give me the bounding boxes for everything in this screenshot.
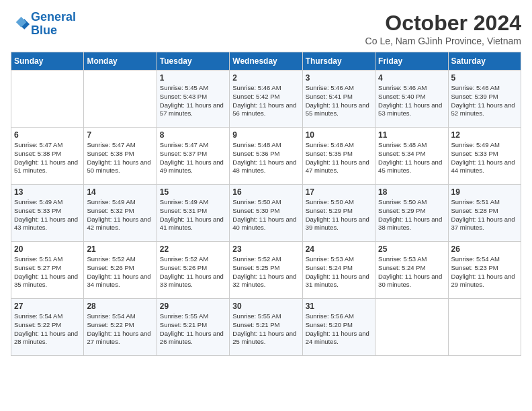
calendar-cell: 15Sunrise: 5:49 AM Sunset: 5:31 PM Dayli… bbox=[157, 185, 229, 242]
cell-info: Sunrise: 5:49 AM Sunset: 5:32 PM Dayligh… bbox=[87, 198, 153, 232]
cell-info: Sunrise: 5:54 AM Sunset: 5:23 PM Dayligh… bbox=[451, 255, 518, 289]
cell-info: Sunrise: 5:55 AM Sunset: 5:21 PM Dayligh… bbox=[232, 312, 299, 347]
calendar-cell bbox=[84, 71, 157, 128]
calendar-cell: 10Sunrise: 5:48 AM Sunset: 5:35 PM Dayli… bbox=[302, 128, 375, 185]
cell-info: Sunrise: 5:52 AM Sunset: 5:26 PM Dayligh… bbox=[87, 255, 153, 289]
cell-info: Sunrise: 5:48 AM Sunset: 5:36 PM Dayligh… bbox=[232, 141, 299, 175]
calendar-table: SundayMondayTuesdayWednesdayThursdayFrid… bbox=[11, 52, 521, 356]
day-number: 13 bbox=[14, 187, 81, 197]
cell-info: Sunrise: 5:50 AM Sunset: 5:30 PM Dayligh… bbox=[232, 198, 299, 232]
day-number: 6 bbox=[14, 130, 81, 140]
calendar-cell: 19Sunrise: 5:51 AM Sunset: 5:28 PM Dayli… bbox=[448, 185, 521, 242]
day-number: 20 bbox=[14, 244, 81, 254]
calendar-cell: 13Sunrise: 5:49 AM Sunset: 5:33 PM Dayli… bbox=[11, 185, 84, 242]
cell-info: Sunrise: 5:45 AM Sunset: 5:43 PM Dayligh… bbox=[160, 84, 226, 118]
cell-info: Sunrise: 5:55 AM Sunset: 5:21 PM Dayligh… bbox=[160, 312, 226, 347]
day-number: 25 bbox=[378, 244, 445, 254]
cell-info: Sunrise: 5:49 AM Sunset: 5:33 PM Dayligh… bbox=[14, 198, 81, 232]
cell-info: Sunrise: 5:48 AM Sunset: 5:34 PM Dayligh… bbox=[378, 141, 445, 175]
calendar-week-row: 27Sunrise: 5:54 AM Sunset: 5:22 PM Dayli… bbox=[11, 299, 521, 356]
calendar-cell: 30Sunrise: 5:55 AM Sunset: 5:21 PM Dayli… bbox=[230, 299, 302, 356]
day-number: 26 bbox=[451, 244, 518, 254]
calendar-week-row: 1Sunrise: 5:45 AM Sunset: 5:43 PM Daylig… bbox=[11, 71, 521, 128]
day-number: 8 bbox=[160, 130, 226, 140]
day-number: 14 bbox=[87, 187, 153, 197]
calendar-cell: 16Sunrise: 5:50 AM Sunset: 5:30 PM Dayli… bbox=[230, 185, 302, 242]
cell-info: Sunrise: 5:51 AM Sunset: 5:27 PM Dayligh… bbox=[14, 255, 81, 289]
weekday-header-thursday: Thursday bbox=[302, 52, 375, 71]
day-number: 27 bbox=[14, 302, 81, 311]
day-number: 19 bbox=[451, 187, 518, 197]
month-title: October 2024 bbox=[365, 11, 521, 36]
weekday-header-wednesday: Wednesday bbox=[230, 52, 302, 71]
calendar-cell: 2Sunrise: 5:46 AM Sunset: 5:42 PM Daylig… bbox=[230, 71, 302, 128]
day-number: 11 bbox=[378, 130, 445, 140]
calendar-cell: 21Sunrise: 5:52 AM Sunset: 5:26 PM Dayli… bbox=[84, 242, 157, 299]
day-number: 22 bbox=[160, 244, 226, 254]
calendar-cell: 9Sunrise: 5:48 AM Sunset: 5:36 PM Daylig… bbox=[230, 128, 302, 185]
cell-info: Sunrise: 5:47 AM Sunset: 5:37 PM Dayligh… bbox=[160, 141, 226, 175]
calendar-cell: 31Sunrise: 5:56 AM Sunset: 5:20 PM Dayli… bbox=[302, 299, 375, 356]
calendar-cell: 4Sunrise: 5:46 AM Sunset: 5:40 PM Daylig… bbox=[375, 71, 448, 128]
cell-info: Sunrise: 5:50 AM Sunset: 5:29 PM Dayligh… bbox=[378, 198, 445, 232]
calendar-week-row: 20Sunrise: 5:51 AM Sunset: 5:27 PM Dayli… bbox=[11, 242, 521, 299]
location-subtitle: Co Le, Nam GJinh Province, Vietnam bbox=[365, 36, 521, 46]
weekday-header-sunday: Sunday bbox=[11, 52, 84, 71]
cell-info: Sunrise: 5:47 AM Sunset: 5:38 PM Dayligh… bbox=[14, 141, 81, 175]
calendar-cell: 5Sunrise: 5:46 AM Sunset: 5:39 PM Daylig… bbox=[448, 71, 521, 128]
cell-info: Sunrise: 5:46 AM Sunset: 5:39 PM Dayligh… bbox=[451, 84, 518, 118]
day-number: 2 bbox=[232, 73, 299, 83]
calendar-cell: 11Sunrise: 5:48 AM Sunset: 5:34 PM Dayli… bbox=[375, 128, 448, 185]
day-number: 28 bbox=[87, 302, 153, 311]
day-number: 9 bbox=[232, 130, 299, 140]
day-number: 7 bbox=[87, 130, 153, 140]
day-number: 1 bbox=[160, 73, 226, 83]
day-number: 24 bbox=[306, 244, 372, 254]
cell-info: Sunrise: 5:52 AM Sunset: 5:25 PM Dayligh… bbox=[232, 255, 299, 289]
calendar-cell: 24Sunrise: 5:53 AM Sunset: 5:24 PM Dayli… bbox=[302, 242, 375, 299]
cell-info: Sunrise: 5:53 AM Sunset: 5:24 PM Dayligh… bbox=[378, 255, 445, 289]
weekday-header-row: SundayMondayTuesdayWednesdayThursdayFrid… bbox=[11, 52, 521, 71]
calendar-cell: 29Sunrise: 5:55 AM Sunset: 5:21 PM Dayli… bbox=[157, 299, 229, 356]
cell-info: Sunrise: 5:51 AM Sunset: 5:28 PM Dayligh… bbox=[451, 198, 518, 232]
cell-info: Sunrise: 5:48 AM Sunset: 5:35 PM Dayligh… bbox=[306, 141, 372, 175]
day-number: 15 bbox=[160, 187, 226, 197]
cell-info: Sunrise: 5:54 AM Sunset: 5:22 PM Dayligh… bbox=[87, 312, 153, 347]
logo: General Blue bbox=[11, 11, 76, 38]
cell-info: Sunrise: 5:56 AM Sunset: 5:20 PM Dayligh… bbox=[306, 312, 372, 347]
cell-info: Sunrise: 5:46 AM Sunset: 5:42 PM Dayligh… bbox=[232, 84, 299, 118]
day-number: 18 bbox=[378, 187, 445, 197]
day-number: 4 bbox=[378, 73, 445, 83]
calendar-cell: 12Sunrise: 5:49 AM Sunset: 5:33 PM Dayli… bbox=[448, 128, 521, 185]
calendar-cell: 28Sunrise: 5:54 AM Sunset: 5:22 PM Dayli… bbox=[84, 299, 157, 356]
day-number: 17 bbox=[306, 187, 372, 197]
cell-info: Sunrise: 5:50 AM Sunset: 5:29 PM Dayligh… bbox=[306, 198, 372, 232]
day-number: 5 bbox=[451, 73, 518, 83]
day-number: 30 bbox=[232, 302, 299, 311]
logo-text: General Blue bbox=[31, 11, 76, 38]
weekday-header-monday: Monday bbox=[84, 52, 157, 71]
weekday-header-tuesday: Tuesday bbox=[157, 52, 229, 71]
cell-info: Sunrise: 5:47 AM Sunset: 5:38 PM Dayligh… bbox=[87, 141, 153, 175]
cell-info: Sunrise: 5:46 AM Sunset: 5:41 PM Dayligh… bbox=[306, 84, 372, 118]
day-number: 16 bbox=[232, 187, 299, 197]
calendar-week-row: 6Sunrise: 5:47 AM Sunset: 5:38 PM Daylig… bbox=[11, 128, 521, 185]
calendar-cell bbox=[375, 299, 448, 356]
calendar-cell: 8Sunrise: 5:47 AM Sunset: 5:37 PM Daylig… bbox=[157, 128, 229, 185]
calendar-cell: 14Sunrise: 5:49 AM Sunset: 5:32 PM Dayli… bbox=[84, 185, 157, 242]
page-header: General Blue October 2024 Co Le, Nam GJi… bbox=[11, 11, 521, 46]
calendar-cell: 6Sunrise: 5:47 AM Sunset: 5:38 PM Daylig… bbox=[11, 128, 84, 185]
day-number: 10 bbox=[306, 130, 372, 140]
day-number: 31 bbox=[306, 302, 372, 311]
weekday-header-saturday: Saturday bbox=[448, 52, 521, 71]
calendar-cell bbox=[11, 71, 84, 128]
cell-info: Sunrise: 5:54 AM Sunset: 5:22 PM Dayligh… bbox=[14, 312, 81, 347]
calendar-cell: 27Sunrise: 5:54 AM Sunset: 5:22 PM Dayli… bbox=[11, 299, 84, 356]
calendar-cell: 17Sunrise: 5:50 AM Sunset: 5:29 PM Dayli… bbox=[302, 185, 375, 242]
calendar-cell: 18Sunrise: 5:50 AM Sunset: 5:29 PM Dayli… bbox=[375, 185, 448, 242]
calendar-cell: 20Sunrise: 5:51 AM Sunset: 5:27 PM Dayli… bbox=[11, 242, 84, 299]
cell-info: Sunrise: 5:49 AM Sunset: 5:33 PM Dayligh… bbox=[451, 141, 518, 175]
day-number: 23 bbox=[232, 244, 299, 254]
logo-icon bbox=[11, 15, 30, 34]
title-block: October 2024 Co Le, Nam GJinh Province, … bbox=[365, 11, 521, 46]
